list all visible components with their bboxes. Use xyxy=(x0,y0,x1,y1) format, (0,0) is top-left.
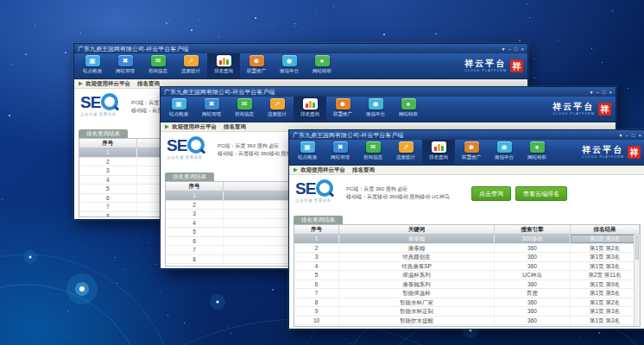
close-button[interactable]: × xyxy=(609,90,612,95)
consult-info-icon: ✉ xyxy=(237,98,252,110)
cell-no: 8 xyxy=(294,298,339,307)
table-header-row: 序号关键词搜索引擎排名结果 xyxy=(294,225,640,235)
close-button[interactable]: × xyxy=(638,133,641,138)
site-manage-icon: ✖ xyxy=(118,55,133,66)
toolbar-item-traffic-stats[interactable]: ↗流量统计 xyxy=(389,140,422,165)
minimize-button[interactable]: – xyxy=(626,133,628,138)
wechat-platform-icon: ◉ xyxy=(497,141,512,153)
window-titlebar[interactable]: 广东九鼎王国网有限公司-祥云平台客户端 ▾ – □ × xyxy=(161,87,616,97)
minimize-button[interactable]: – xyxy=(508,47,511,52)
toolbar-item-consult-info[interactable]: ✉咨询信息 xyxy=(228,97,261,122)
maximize-button[interactable]: □ xyxy=(515,47,518,52)
cell-no: 7 xyxy=(79,203,137,211)
main-toolbar: ▣站点检测✖网站管理✉咨询信息↗流量统计排名查询☻联盟推广◉微信平台●网站特权 … xyxy=(161,97,616,122)
toolbar-item-site-privilege[interactable]: ●网站特权 xyxy=(392,97,425,122)
table-row[interactable]: 5保温杯系列UC神马第2页 第11名 xyxy=(294,271,640,280)
window-title: 广东九鼎王国网有限公司-祥云平台客户端 xyxy=(78,44,499,53)
toolbar-item-alliance-promo[interactable]: ☻联盟推广 xyxy=(326,97,359,122)
toolbar-item-rank-query[interactable]: 排名查询 xyxy=(422,140,455,165)
query-button[interactable]: 点击查询 xyxy=(471,186,511,201)
cell-no: 6 xyxy=(79,194,137,203)
toolbar-item-alliance-promo[interactable]: ☻联盟推广 xyxy=(240,53,273,78)
cell-keyword: 智能饮水提醒 xyxy=(339,317,495,325)
cell-engine: 360移动 xyxy=(495,235,571,243)
seo-caption: 点击右侧 查看排名 xyxy=(295,198,333,203)
toolbar-item-wechat-platform[interactable]: ◉微信平台 xyxy=(273,53,306,78)
skin-button[interactable]: ▾ xyxy=(502,47,505,52)
table-row[interactable]: 8智能水杯厂家360第1页 第2名 xyxy=(294,298,640,308)
tab-rank-results[interactable]: 排名查询结果 xyxy=(79,129,128,138)
toolbar-item-site-privilege[interactable]: ●网站特权 xyxy=(306,53,338,78)
minimize-button[interactable]: – xyxy=(597,90,599,95)
toolbar-item-wechat-platform[interactable]: ◉微信平台 xyxy=(359,97,392,122)
column-header: 序号 xyxy=(166,182,224,191)
tab-rank-results[interactable]: 排名查询结果 xyxy=(165,172,214,181)
toolbar-item-site-check[interactable]: ▣站点检测 xyxy=(162,97,195,122)
window-titlebar[interactable]: 广东九鼎王国网有限公司-祥云平台客户端 ▾ – □ × xyxy=(74,44,527,53)
cell-keyword: 保温杯系列 xyxy=(339,271,495,279)
cell-no: 7 xyxy=(166,246,224,254)
toolbar-item-rank-query[interactable]: 排名查询 xyxy=(294,97,326,122)
scrollbar-thumb[interactable] xyxy=(635,235,639,260)
consult-info-icon: ✉ xyxy=(151,55,166,66)
seo-logo-text: SE xyxy=(80,94,100,110)
table-row[interactable]: 6康泰姆系列360第1页 第9名 xyxy=(294,280,640,290)
table-row[interactable]: 1康泰姆360移动第1页 第1名 xyxy=(294,235,640,244)
mobile-engines-text: 移动端：百度移动 360移动 搜狗移动 UC神马 xyxy=(346,193,450,201)
toolbar-item-site-check[interactable]: ▣站点检测 xyxy=(76,53,109,78)
view-cloud-rank-button[interactable]: 查看云端排名 xyxy=(515,186,567,201)
cell-no: 1 xyxy=(294,235,339,243)
window-titlebar[interactable]: 广东九鼎王国网有限公司-祥云平台客户端 ▾ – □ × xyxy=(289,130,644,140)
toolbar-item-wechat-platform[interactable]: ◉微信平台 xyxy=(488,140,521,165)
cell-engine: 360 xyxy=(495,244,571,253)
maximize-button[interactable]: □ xyxy=(632,133,635,138)
cell-no: 8 xyxy=(79,212,137,218)
brand-subtitle: CLOUD PLATFORM xyxy=(582,155,624,159)
close-button[interactable]: × xyxy=(521,47,524,52)
maximize-button[interactable]: □ xyxy=(603,90,606,95)
cell-no: 7 xyxy=(294,289,339,298)
table-row[interactable]: 4经典康泰SP360第1页 第3名 xyxy=(294,262,640,272)
toolbar-item-consult-info[interactable]: ✉咨询信息 xyxy=(357,140,389,165)
cell-no: 4 xyxy=(79,176,137,185)
toolbar-item-site-manage[interactable]: ✖网站管理 xyxy=(195,97,228,122)
toolbar-item-site-manage[interactable]: ✖网站管理 xyxy=(109,53,142,78)
toolbar-item-label: 网站特权 xyxy=(527,154,546,160)
seo-logo-text: SE xyxy=(167,137,186,154)
cell-rank: 第1页 第2名 xyxy=(571,244,640,253)
rank-query-icon xyxy=(303,98,318,110)
toolbar-item-alliance-promo[interactable]: ☻联盟推广 xyxy=(455,140,488,165)
welcome-section: 排名查询 xyxy=(137,80,160,88)
toolbar-item-consult-info[interactable]: ✉咨询信息 xyxy=(142,53,174,78)
toolbar-item-label: 网站特权 xyxy=(399,111,418,117)
table-scrollbar[interactable] xyxy=(634,235,640,326)
cell-no: 9 xyxy=(294,307,339,316)
tab-rank-results[interactable]: 排名查询结果 xyxy=(294,216,343,224)
table-row[interactable]: 9智能水杯定制360第1页 第3名 xyxy=(294,307,640,317)
cell-keyword: 康泰姆系列 xyxy=(339,280,495,289)
skin-button[interactable]: ▾ xyxy=(590,90,593,95)
toolbar-item-site-check[interactable]: ▣站点检测 xyxy=(291,140,324,165)
cell-no: 4 xyxy=(294,262,339,271)
wechat-platform-icon: ◉ xyxy=(282,55,297,66)
toolbar-item-rank-query[interactable]: 排名查询 xyxy=(207,53,240,78)
table-row[interactable]: 7智能保温杯百度第1页 第5名 xyxy=(294,289,640,298)
welcome-text: 欢迎使用祥云平台 xyxy=(300,166,345,174)
cell-no: 5 xyxy=(166,228,224,236)
toolbar-item-site-manage[interactable]: ✖网站管理 xyxy=(324,140,357,165)
traffic-stats-icon: ↗ xyxy=(270,98,285,110)
table-row[interactable]: 2康泰姆360第1页 第2名 xyxy=(294,244,640,254)
skin-button[interactable]: ▾ xyxy=(620,133,622,138)
cell-engine: UC神马 xyxy=(495,271,571,279)
toolbar-item-label: 联盟推广 xyxy=(333,111,352,117)
window-controls: ▾ – □ × xyxy=(499,47,525,52)
toolbar-item-traffic-stats[interactable]: ↗流量统计 xyxy=(174,53,207,78)
table-row[interactable]: 10智能饮水提醒360第1页 第3名 xyxy=(294,317,640,326)
toolbar-item-traffic-stats[interactable]: ↗流量统计 xyxy=(261,97,294,122)
consult-info-icon: ✉ xyxy=(366,141,381,153)
table-row[interactable]: 3经典颜创意360第1页 第3名 xyxy=(294,253,640,262)
toolbar-item-label: 微信平台 xyxy=(280,68,299,74)
toolbar-item-label: 排名查询 xyxy=(300,111,319,117)
welcome-bar: 欢迎使用祥云平台 排名查询 xyxy=(289,166,644,175)
toolbar-item-site-privilege[interactable]: ●网站特权 xyxy=(521,140,553,165)
